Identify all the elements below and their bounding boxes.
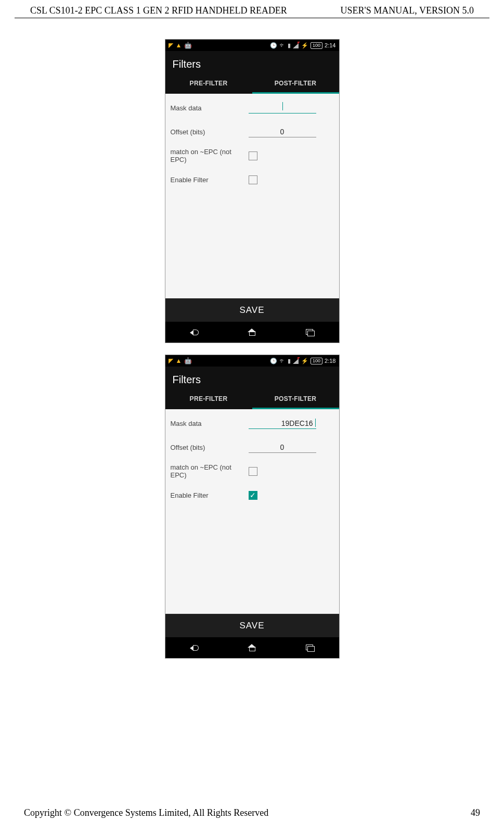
app-title: Filters bbox=[165, 367, 339, 391]
screenshot-1: ◤ ▲ 🤖 🕒 ᯤ ▮ ⚡ 100 2:14 Filters PRE-FILTE… bbox=[165, 39, 340, 343]
charging-icon: ⚡ bbox=[301, 42, 308, 49]
status-bar: ◤ ▲ 🤖 🕒 ᯤ ▮ ⚡ 100 2:18 bbox=[165, 355, 339, 367]
back-icon bbox=[190, 329, 198, 336]
label-mask-data: Mask data bbox=[171, 420, 249, 427]
status-bar: ◤ ▲ 🤖 🕒 ᯤ ▮ ⚡ 100 2:14 bbox=[165, 40, 339, 51]
charging-icon: ⚡ bbox=[301, 358, 308, 364]
row-mask-data: Mask data bbox=[171, 415, 334, 431]
recent-apps-icon bbox=[306, 329, 314, 335]
sim-icon: ▮ bbox=[288, 358, 291, 364]
bluetooth-icon: 🕒 bbox=[270, 358, 277, 364]
label-enable-filter: Enable Filter bbox=[171, 491, 249, 499]
save-button[interactable]: SAVE bbox=[165, 298, 339, 322]
enable-filter-checkbox[interactable] bbox=[249, 175, 257, 184]
doc-header-right: USER'S MANUAL, VERSION 5.0 bbox=[341, 5, 474, 16]
status-right: 🕒 ᯤ ▮ ⚡ 100 2:18 bbox=[270, 357, 335, 364]
row-enable-filter: Enable Filter ✓ bbox=[171, 487, 334, 503]
label-match-epc: match on ~EPC (not EPC) bbox=[171, 148, 249, 163]
sim-icon: ▮ bbox=[288, 42, 291, 49]
nav-recent-button[interactable] bbox=[306, 645, 314, 651]
signal-icon bbox=[293, 43, 299, 48]
text-caret bbox=[315, 419, 316, 427]
tab-post-filter[interactable]: POST-FILTER bbox=[252, 75, 339, 94]
row-enable-filter: Enable Filter bbox=[171, 172, 334, 187]
match-epc-checkbox[interactable] bbox=[249, 467, 257, 476]
row-mask-data: Mask data bbox=[171, 100, 334, 116]
warning-icon: ◤ bbox=[169, 357, 173, 364]
wifi-icon: ᯤ bbox=[279, 42, 286, 49]
enable-filter-checkbox[interactable]: ✓ bbox=[249, 491, 257, 500]
recent-apps-icon bbox=[306, 645, 314, 651]
status-left: ◤ ▲ 🤖 bbox=[169, 42, 192, 49]
screenshots-container: ◤ ▲ 🤖 🕒 ᯤ ▮ ⚡ 100 2:14 Filters PRE-FILTE… bbox=[0, 39, 504, 659]
tab-pre-filter[interactable]: PRE-FILTER bbox=[165, 75, 252, 94]
offset-input[interactable] bbox=[249, 127, 316, 137]
status-right: 🕒 ᯤ ▮ ⚡ 100 2:14 bbox=[270, 42, 335, 49]
row-offset: Offset (bits) bbox=[171, 124, 334, 140]
signal-icon bbox=[293, 358, 299, 364]
doc-header: CSL CS101-2 EPC CLASS 1 GEN 2 RFID HANDH… bbox=[15, 0, 489, 18]
label-offset: Offset (bits) bbox=[171, 128, 249, 136]
home-icon bbox=[248, 644, 256, 651]
label-match-epc: match on ~EPC (not EPC) bbox=[171, 463, 249, 479]
match-epc-checkbox[interactable] bbox=[249, 152, 257, 160]
wifi-icon: ᯤ bbox=[279, 357, 286, 364]
mask-data-input[interactable] bbox=[249, 418, 316, 429]
row-offset: Offset (bits) bbox=[171, 439, 334, 455]
row-match-epc: match on ~EPC (not EPC) bbox=[171, 463, 334, 479]
save-button[interactable]: SAVE bbox=[165, 614, 339, 637]
app-title: Filters bbox=[165, 51, 339, 75]
battery-indicator: 100 bbox=[311, 42, 322, 49]
tab-pre-filter[interactable]: PRE-FILTER bbox=[165, 391, 252, 409]
home-icon bbox=[248, 329, 256, 336]
screenshot-2: ◤ ▲ 🤖 🕒 ᯤ ▮ ⚡ 100 2:18 Filters PRE-FILTE… bbox=[165, 355, 340, 659]
back-icon bbox=[190, 644, 198, 651]
filter-form: Mask data Offset (bits) match on ~EPC (n… bbox=[165, 94, 339, 298]
warning-triangle-icon: ▲ bbox=[176, 357, 182, 364]
doc-header-left: CSL CS101-2 EPC CLASS 1 GEN 2 RFID HANDH… bbox=[30, 5, 287, 16]
battery-indicator: 100 bbox=[311, 358, 322, 364]
nav-back-button[interactable] bbox=[190, 329, 198, 336]
label-mask-data: Mask data bbox=[171, 104, 249, 112]
status-left: ◤ ▲ 🤖 bbox=[169, 357, 192, 364]
android-icon: 🤖 bbox=[184, 357, 192, 364]
status-time: 2:14 bbox=[325, 42, 335, 48]
nav-home-button[interactable] bbox=[248, 644, 256, 651]
android-navbar bbox=[165, 637, 339, 658]
footer-page-number: 49 bbox=[471, 807, 480, 818]
row-match-epc: match on ~EPC (not EPC) bbox=[171, 148, 334, 163]
tabs: PRE-FILTER POST-FILTER bbox=[165, 75, 339, 94]
nav-recent-button[interactable] bbox=[306, 329, 314, 335]
nav-back-button[interactable] bbox=[190, 644, 198, 651]
doc-footer: Copyright © Convergence Systems Limited,… bbox=[0, 807, 504, 818]
android-icon: 🤖 bbox=[184, 42, 192, 49]
text-caret bbox=[282, 102, 283, 110]
label-offset: Offset (bits) bbox=[171, 444, 249, 451]
footer-copyright: Copyright © Convergence Systems Limited,… bbox=[24, 807, 268, 818]
android-navbar bbox=[165, 322, 339, 343]
offset-input[interactable] bbox=[249, 442, 316, 453]
nav-home-button[interactable] bbox=[248, 329, 256, 336]
label-enable-filter: Enable Filter bbox=[171, 176, 249, 184]
warning-triangle-icon: ▲ bbox=[176, 42, 182, 49]
filter-form: Mask data Offset (bits) match on ~EPC (n… bbox=[165, 409, 339, 614]
warning-icon: ◤ bbox=[169, 42, 173, 49]
tab-post-filter[interactable]: POST-FILTER bbox=[252, 391, 339, 409]
tabs: PRE-FILTER POST-FILTER bbox=[165, 391, 339, 409]
status-time: 2:18 bbox=[325, 358, 335, 364]
bluetooth-icon: 🕒 bbox=[270, 42, 277, 49]
